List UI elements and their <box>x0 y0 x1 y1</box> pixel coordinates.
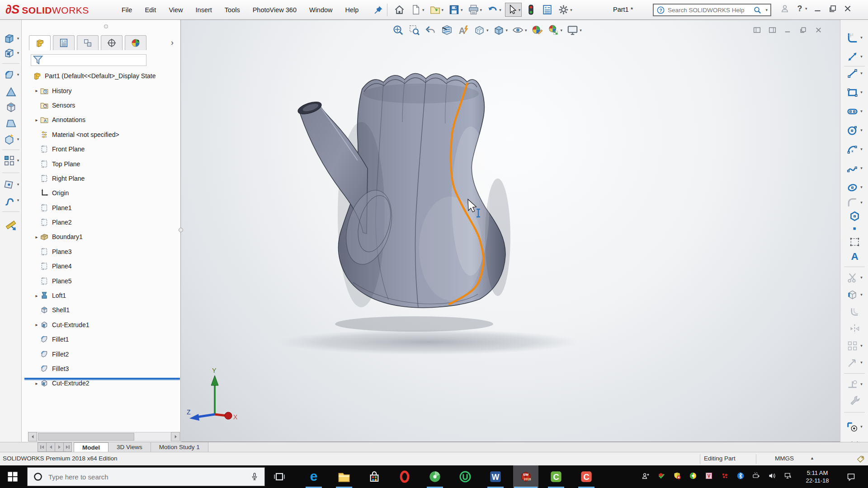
slot-button[interactable]: ▾ <box>840 104 868 118</box>
save-button[interactable]: ▾ <box>447 3 464 17</box>
panel-splitter-handle[interactable] <box>104 24 108 28</box>
tree-item-plane1[interactable]: Plane1 <box>22 201 181 215</box>
win-close-button[interactable] <box>843 4 852 13</box>
fm-tab-configuration-manager[interactable] <box>77 35 99 50</box>
select-cursor-button[interactable]: ▾ <box>505 3 522 17</box>
fillet-strip-button[interactable]: ▾ <box>0 67 22 82</box>
rib-strip-button[interactable] <box>0 84 22 99</box>
offset-entities-button[interactable] <box>840 305 868 319</box>
ellipse-button[interactable]: ▾ <box>840 180 868 194</box>
tag-icon[interactable] <box>856 455 865 464</box>
help-search-box[interactable]: ? ▾ <box>653 4 771 16</box>
menu-file[interactable]: File <box>115 0 138 19</box>
cut-extrude-strip-dropdown-arrow[interactable]: ▾ <box>17 51 19 55</box>
tree-item-fillet1[interactable]: Fillet1 <box>22 332 181 347</box>
tree-item-cut-extrude1[interactable]: ▸Cut-Extrude1 <box>22 318 181 332</box>
tray-power-button[interactable] <box>752 472 760 482</box>
tree-filter-box[interactable] <box>31 54 146 66</box>
zoom-fit-button[interactable] <box>392 24 404 36</box>
expand-arrow-icon[interactable]: ▸ <box>33 322 40 327</box>
doc-minimize-button[interactable] <box>783 26 792 36</box>
taskbar-app-iobit[interactable] <box>453 465 478 488</box>
taskbar-app-camtasia-red[interactable]: C <box>574 465 599 488</box>
hide-show-dropdown-arrow[interactable]: ▾ <box>525 28 527 33</box>
panel-edge-handle[interactable] <box>179 228 183 232</box>
new-document-button[interactable]: ▾ <box>409 3 426 17</box>
undo-dropdown-arrow[interactable]: ▾ <box>499 8 501 12</box>
doc-close-button[interactable] <box>814 26 823 36</box>
tree-item-loft1[interactable]: ▸Loft1 <box>22 288 181 303</box>
menu-help[interactable]: Help <box>339 0 365 19</box>
save-dropdown-arrow[interactable]: ▾ <box>461 8 463 12</box>
doc-tab-3d-views[interactable]: 3D Views <box>108 442 151 452</box>
scroll-right-button[interactable] <box>171 432 180 441</box>
rollback-bar[interactable] <box>24 378 180 380</box>
tree-item-material-not-specified[interactable]: Material <not specified> <box>22 127 181 142</box>
nav-first-button[interactable] <box>38 442 46 452</box>
print-button[interactable]: ▾ <box>467 3 484 17</box>
spline-button[interactable]: ▾ <box>840 161 868 175</box>
home-button[interactable] <box>392 3 406 17</box>
taskbar-search-input[interactable] <box>48 473 245 481</box>
nav-next-button[interactable] <box>55 442 63 452</box>
tabs-overflow-chevron[interactable]: › <box>171 38 174 47</box>
rectangle-button[interactable]: ▾ <box>840 85 868 99</box>
taskbar-app-store[interactable] <box>362 465 387 488</box>
rectangle-dropdown-arrow[interactable]: ▾ <box>860 90 863 94</box>
win-minimize-button[interactable] <box>813 4 822 13</box>
annotation-view-button[interactable]: A <box>457 24 469 36</box>
text-button[interactable]: A <box>840 249 868 263</box>
convert-entities-button[interactable]: ▾ <box>840 287 868 302</box>
taskbar-app-solidworks-2018[interactable]: SW2018 <box>513 465 538 488</box>
sketch-dropdown-arrow[interactable]: ▾ <box>860 35 863 40</box>
sketch-pattern-dropdown-arrow[interactable]: ▾ <box>860 343 863 348</box>
edit-appearance-button[interactable] <box>531 24 543 36</box>
taskbar-app-edge[interactable]: e <box>301 465 326 488</box>
section-view-button[interactable] <box>441 24 453 36</box>
tree-item-annotations[interactable]: ▸AAnnotations <box>22 113 181 127</box>
doc-tab-model[interactable]: Model <box>74 442 108 452</box>
line-button[interactable]: ▾ <box>840 66 868 80</box>
circle-dropdown-arrow[interactable]: ▾ <box>860 128 863 132</box>
action-center-button[interactable] <box>846 472 856 482</box>
tray-volume-button[interactable] <box>768 472 776 482</box>
tray-spot-button[interactable] <box>689 472 697 482</box>
tray-defender-button[interactable] <box>673 472 681 482</box>
open-button[interactable]: ▾ <box>428 3 445 17</box>
menu-view[interactable]: View <box>162 0 189 19</box>
previous-view-button[interactable] <box>425 24 437 36</box>
win-restore-button[interactable] <box>828 4 837 13</box>
start-button[interactable] <box>6 470 19 483</box>
fm-tab-display-manager[interactable] <box>125 35 146 50</box>
graphics-viewport[interactable]: Y Z X A▾▾▾▾▾ <box>181 20 840 442</box>
expand-arrow-icon[interactable]: ▸ <box>33 293 40 298</box>
pin-icon[interactable] <box>373 5 383 15</box>
ellipse-dropdown-arrow[interactable]: ▾ <box>860 185 863 189</box>
smart-dimension-button[interactable]: ▾ <box>840 49 868 64</box>
wrap-strip-button[interactable]: ▾ <box>0 131 22 147</box>
sketch-button[interactable]: ▾ <box>840 30 868 45</box>
circle-button[interactable]: ▾ <box>840 123 868 137</box>
scroll-left-button[interactable] <box>28 432 37 441</box>
options-gear-dropdown-arrow[interactable]: ▾ <box>570 8 572 12</box>
zoom-area-button[interactable] <box>408 24 420 36</box>
trim-button[interactable]: ▾ <box>840 270 868 285</box>
units-dropdown-arrow[interactable]: ▲ <box>810 456 814 460</box>
sketch-fillet-dropdown-arrow[interactable]: ▾ <box>860 200 863 205</box>
tree-item-fillet2[interactable]: Fillet2 <box>22 347 181 361</box>
tray-bluetooth-button[interactable] <box>736 472 745 482</box>
task-view-button[interactable] <box>273 470 286 483</box>
tree-item-plane2[interactable]: Plane2 <box>22 215 181 230</box>
shell-strip-button[interactable] <box>0 99 22 115</box>
taskbar-search-box[interactable] <box>27 467 265 486</box>
doc-tab-motion-study-1[interactable]: Motion Study 1 <box>151 442 208 452</box>
pane-left-button[interactable] <box>753 26 761 36</box>
arc-button[interactable]: ▾ <box>840 142 868 156</box>
repair-sketch-button[interactable] <box>840 393 868 408</box>
taskbar-app-camtasia-green[interactable]: C <box>543 465 569 488</box>
print-dropdown-arrow[interactable]: ▾ <box>480 8 482 12</box>
expand-arrow-icon[interactable]: ▸ <box>33 381 40 386</box>
tree-item-right-plane[interactable]: Right Plane <box>22 171 181 186</box>
menu-edit[interactable]: Edit <box>138 0 162 19</box>
cut-extrude-strip-button[interactable]: ▾ <box>0 45 22 61</box>
